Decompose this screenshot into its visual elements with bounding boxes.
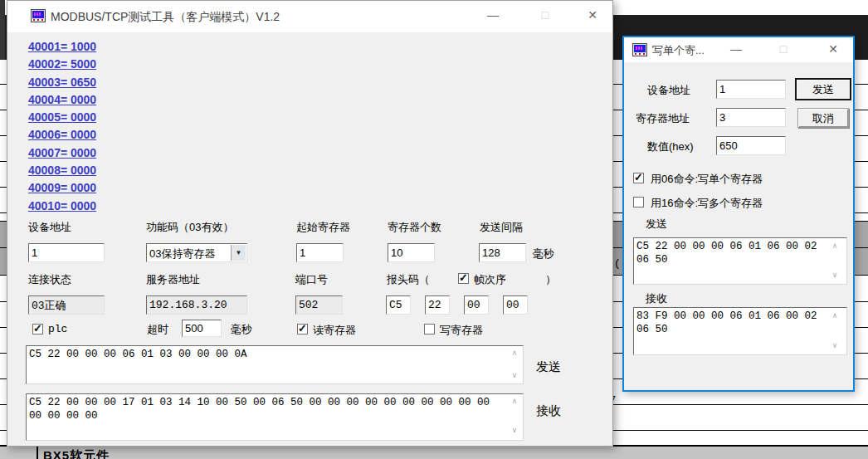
plc-checkbox[interactable] (32, 324, 43, 334)
frame-order-label: 帧次序 (474, 272, 506, 287)
close-button[interactable]: ✕ (580, 4, 605, 26)
register-link-40004[interactable]: 40004= 0000 (28, 91, 96, 109)
dropdown-arrow-icon[interactable]: ▼ (231, 245, 246, 261)
register-list: 40001= 1000 40002= 5000 40003= 0650 4000… (28, 38, 96, 215)
send-interval-label: 发送间隔 (480, 220, 523, 235)
register-link-40001[interactable]: 40001= 1000 (28, 38, 96, 56)
close-button[interactable]: ✕ (821, 38, 846, 60)
start-register-input[interactable] (296, 243, 344, 262)
dialog-title: 写单个寄... (652, 43, 705, 58)
plc-label: plc (48, 323, 67, 335)
cmd16-checkbox[interactable] (633, 197, 644, 208)
register-link-40002[interactable]: 40002= 5000 (28, 56, 96, 73)
dialog-send-textarea[interactable]: C5 22 00 00 00 06 01 06 00 02 06 50 (633, 237, 847, 285)
frame-order-checkbox[interactable] (458, 273, 469, 284)
app-icon (632, 43, 647, 60)
scroll-down-icon[interactable]: ∨ (829, 271, 841, 279)
read-register-label: 读寄存器 (313, 323, 356, 338)
dialog-register-address-label: 寄存器地址 (636, 111, 690, 126)
receive-data-textarea[interactable]: C5 22 00 00 00 17 01 03 14 10 00 50 00 0… (26, 393, 524, 441)
start-register-label: 起始寄存器 (296, 220, 350, 235)
maximize-button[interactable]: □ (533, 4, 558, 26)
dialog-receive-textarea[interactable]: 83 F9 00 00 00 06 01 06 00 02 06 50 (633, 307, 847, 355)
register-link-40008[interactable]: 40008= 0000 (28, 162, 96, 179)
scroll-up-icon[interactable]: ∧ (829, 311, 841, 320)
scroll-down-icon[interactable]: ∨ (829, 341, 841, 349)
timeout-unit: 毫秒 (231, 322, 252, 337)
cmd16-label: 用16命令:写多个寄存器 (651, 196, 763, 211)
port-field[interactable] (295, 295, 343, 315)
dialog-value-hex-label: 数值(hex) (647, 139, 694, 154)
dialog-device-address-label: 设备地址 (647, 83, 690, 98)
device-address-label: 设备地址 (28, 220, 71, 235)
register-link-40009[interactable]: 40009= 0000 (28, 179, 96, 197)
dialog-device-address-input[interactable] (716, 80, 786, 99)
send-label: 发送 (536, 359, 561, 375)
receive-label: 接收 (536, 403, 561, 419)
timeout-label: 超时 (147, 322, 168, 337)
write-register-checkbox[interactable] (424, 324, 435, 334)
header-byte-0-input[interactable] (386, 295, 411, 315)
dialog-register-address-input[interactable] (716, 108, 786, 127)
function-code-label: 功能码（03有效） (146, 220, 233, 235)
main-window-title: MODBUS/TCP测试工具（客户端模式）V1.2 (51, 10, 280, 25)
write-register-dialog: 写单个寄... — □ ✕ 设备地址 发送 寄存器地址 取消 数值(hex) 用… (622, 36, 855, 392)
scroll-up-icon[interactable]: ∧ (509, 349, 520, 357)
dialog-value-hex-input[interactable] (716, 136, 786, 155)
header-code-label: 报头码（ (387, 272, 430, 287)
background-partial-paren: ( (614, 257, 621, 270)
send-interval-unit: 毫秒 (533, 247, 554, 261)
background-tab-label: BX5软元件 (43, 448, 110, 459)
port-label: 端口号 (295, 272, 328, 287)
dialog-cancel-button[interactable]: 取消 (797, 108, 849, 128)
cmd06-checkbox[interactable] (633, 173, 644, 183)
read-register-checkbox[interactable] (297, 324, 308, 334)
device-address-input[interactable] (28, 243, 105, 262)
connect-status-label: 连接状态 (28, 272, 71, 287)
dialog-titlebar: 写单个寄... — □ ✕ (624, 37, 853, 62)
dialog-send-label: 发送 (646, 217, 667, 232)
dialog-receive-label: 接收 (646, 291, 667, 306)
scroll-up-icon[interactable]: ∧ (509, 397, 520, 405)
register-count-input[interactable] (388, 243, 435, 262)
background-bottom-bar: BX5软元件 (0, 445, 868, 459)
cmd06-label: 用06命令:写单个寄存器 (651, 172, 763, 187)
register-link-40007[interactable]: 40007= 0000 (28, 144, 96, 162)
dialog-send-button[interactable]: 发送 (795, 78, 851, 100)
register-link-40005[interactable]: 40005= 0000 (28, 109, 96, 126)
function-code-value: 03保持寄存器 (149, 247, 215, 261)
register-link-40003[interactable]: 40003= 0650 (28, 74, 96, 91)
modbus-main-window: MODBUS/TCP测试工具（客户端模式）V1.2 — □ ✕ 40001= 1… (7, 0, 613, 447)
send-data-textarea[interactable]: C5 22 00 00 00 06 01 03 00 00 00 0A (26, 345, 524, 384)
connect-status-field (28, 295, 105, 315)
app-icon (31, 9, 46, 26)
send-interval-input[interactable] (479, 243, 526, 262)
header-byte-1-input[interactable] (425, 295, 450, 315)
scroll-down-icon[interactable]: ∨ (509, 426, 520, 434)
server-address-label: 服务器地址 (146, 272, 200, 287)
minimize-button[interactable]: — (724, 38, 749, 60)
header-byte-3-input[interactable] (503, 295, 528, 315)
background-left-strip (0, 0, 5, 60)
register-link-40010[interactable]: 40010= 0000 (28, 198, 96, 215)
maximize-button[interactable]: □ (771, 38, 796, 60)
write-register-label: 写寄存器 (440, 323, 483, 338)
minimize-button[interactable]: — (480, 4, 505, 26)
register-count-label: 寄存器个数 (388, 220, 441, 235)
main-titlebar: MODBUS/TCP测试工具（客户端模式）V1.2 — □ ✕ (7, 1, 612, 32)
header-code-close-paren: ） (545, 272, 556, 287)
scroll-up-icon[interactable]: ∧ (829, 242, 841, 250)
function-code-select[interactable]: 03保持寄存器 ▼ (146, 243, 247, 262)
header-byte-2-input[interactable] (464, 295, 489, 315)
server-address-field[interactable] (146, 295, 247, 315)
scroll-down-icon[interactable]: ∨ (509, 371, 520, 379)
timeout-input[interactable] (182, 320, 222, 337)
register-link-40006[interactable]: 40006= 0000 (28, 126, 96, 144)
